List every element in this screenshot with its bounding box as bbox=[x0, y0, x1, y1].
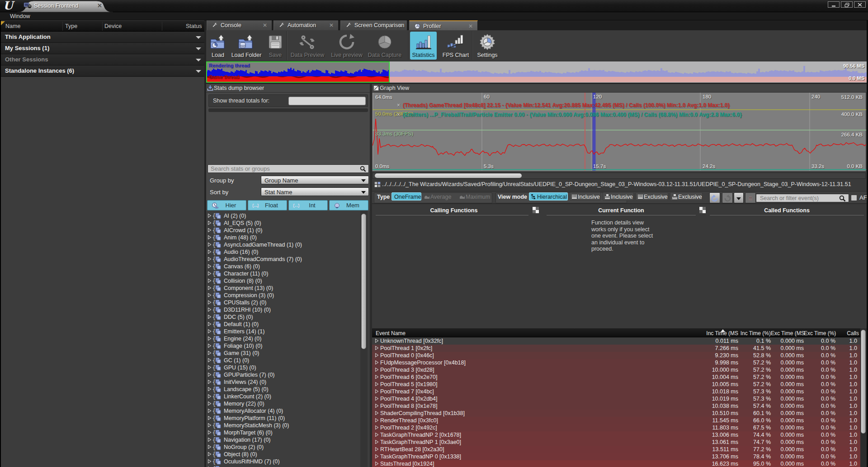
session-group-row[interactable]: My Sessions (1) bbox=[1, 43, 204, 54]
column-device[interactable]: Device bbox=[104, 23, 122, 29]
hierarchical-button[interactable]: Hierarchical bbox=[529, 192, 568, 201]
chevron-down-icon[interactable] bbox=[196, 36, 201, 39]
event-table-scrollbar-thumb[interactable] bbox=[861, 330, 866, 434]
inclusive-button[interactable]: Inclusive bbox=[570, 192, 601, 201]
stats-group-row[interactable]: Default (1) (0) bbox=[206, 321, 370, 328]
stats-group-row[interactable]: NoGroup (2) (0) bbox=[206, 444, 370, 451]
col-exc-time-pct[interactable]: Exc Time (%) bbox=[804, 328, 835, 337]
event-table-row[interactable]: PoolThread 3 [0xd28] 10.000 ms 57.2 % 0.… bbox=[372, 366, 867, 374]
expander-icon[interactable] bbox=[375, 404, 379, 408]
stats-group-row[interactable]: Game (31) (0) bbox=[206, 350, 370, 357]
expander-icon[interactable] bbox=[208, 373, 212, 377]
stats-search-input[interactable] bbox=[208, 164, 369, 173]
toolbar-button[interactable]: Load bbox=[208, 32, 228, 60]
chevron-down-icon[interactable] bbox=[196, 47, 201, 50]
threads-overview-timeline[interactable]: Rendering thread Game thread 90.56 MS 0.… bbox=[206, 61, 867, 83]
stats-group-row[interactable]: Collision (8) (0) bbox=[206, 277, 370, 285]
event-search-input[interactable] bbox=[756, 194, 849, 202]
expander-icon[interactable] bbox=[208, 423, 212, 427]
expander-icon[interactable] bbox=[208, 416, 212, 420]
tab-close-icon[interactable]: ✕ bbox=[398, 22, 402, 28]
expander-icon[interactable] bbox=[375, 411, 379, 415]
exclusive-button[interactable]: Exclusive bbox=[636, 192, 668, 201]
history-dropdown-button[interactable] bbox=[734, 192, 744, 203]
called-functions-header[interactable]: Called Functions bbox=[710, 207, 864, 214]
legend-emitter[interactable]: ×(Emitters) ...P_FireballTrail/Particle … bbox=[397, 112, 742, 118]
event-table-row[interactable]: PoolThread 0 [0x46c] 9.230 ms 52.8 % 0.0… bbox=[372, 352, 867, 359]
stats-group-row[interactable]: AudioThreadCommands (7) (0) bbox=[206, 256, 370, 263]
event-table-row[interactable]: PoolThread 4 [0x2db4] 10.019 ms 57.3 % 0… bbox=[372, 395, 867, 402]
session-group-row[interactable]: This Application bbox=[1, 32, 204, 43]
legend-close-icon[interactable]: × bbox=[397, 112, 403, 118]
col-inc-time-pct[interactable]: Inc Time (%) bbox=[738, 328, 771, 337]
tool-tab[interactable]: Profiler ✕ bbox=[409, 20, 478, 30]
toolbar-button[interactable]: FPS Chart bbox=[442, 32, 469, 60]
close-button[interactable] bbox=[854, 1, 866, 8]
expander-icon[interactable] bbox=[375, 433, 379, 437]
session-group-row[interactable]: Other Sessions bbox=[1, 54, 204, 65]
expander-icon[interactable] bbox=[208, 300, 212, 304]
chevron-down-icon[interactable] bbox=[196, 59, 201, 61]
event-table-row[interactable]: StatsThread [0x1924] 16.623 ms 95.0 % 0.… bbox=[372, 460, 867, 467]
stats-group-row[interactable]: AsyncLoadGameThread (1) (0) bbox=[206, 241, 370, 248]
graph-hscrollbar[interactable] bbox=[372, 173, 866, 179]
event-table-row[interactable]: PoolThread 5 [0x1980] 10.005 ms 57.2 % 0… bbox=[372, 381, 867, 388]
stats-group-row[interactable]: InitViews (24) (0) bbox=[206, 378, 370, 386]
maximum-button[interactable]: Maximum bbox=[458, 192, 491, 201]
expander-icon[interactable] bbox=[208, 308, 212, 312]
expander-icon[interactable] bbox=[375, 339, 379, 343]
expander-icon[interactable] bbox=[375, 346, 379, 350]
event-table-scrollbar[interactable] bbox=[860, 328, 867, 467]
expander-icon[interactable] bbox=[375, 382, 379, 386]
expander-icon[interactable] bbox=[375, 440, 379, 444]
event-table-row[interactable]: FUdpMessageProcessor [0x4b18] 9.998 ms 5… bbox=[372, 359, 867, 366]
history-back-button[interactable] bbox=[709, 192, 720, 203]
expander-icon[interactable] bbox=[208, 279, 212, 283]
column-type[interactable]: Type bbox=[65, 23, 77, 29]
stats-group-row[interactable]: Navigation (17) (0) bbox=[206, 436, 370, 444]
expander-icon[interactable] bbox=[208, 271, 212, 276]
event-table-row[interactable]: TaskGraphThreadNP 2 [0x1678] 13.006 ms 7… bbox=[372, 431, 867, 439]
event-table-row[interactable]: RTHeartBeat 28 [0x2a30] 13.511 ms 77.2 %… bbox=[372, 446, 867, 453]
af-checkbox[interactable] bbox=[851, 195, 857, 201]
stat-filter-button[interactable]: Int bbox=[288, 200, 328, 210]
expander-icon[interactable] bbox=[208, 286, 212, 290]
stats-group-row[interactable]: Memory (22) (0) bbox=[206, 400, 370, 407]
expander-icon[interactable] bbox=[375, 353, 379, 357]
expander-icon[interactable] bbox=[208, 243, 212, 247]
stats-group-row[interactable]: AICrowd (1) (0) bbox=[206, 227, 370, 234]
expander-icon[interactable] bbox=[208, 336, 212, 341]
stats-group-row[interactable]: Emitters (14) (1) bbox=[206, 328, 370, 335]
current-function-header[interactable]: Current Function bbox=[547, 207, 696, 214]
inclusive-coalesced-button[interactable]: Inclusive bbox=[603, 192, 634, 201]
exclusive-coalesced-button[interactable]: Exclusive bbox=[670, 192, 703, 201]
column-splitter-icon[interactable] bbox=[699, 207, 706, 213]
stats-group-row[interactable]: AI (2) (0) bbox=[206, 212, 370, 219]
expander-icon[interactable] bbox=[208, 264, 212, 268]
stats-group-row[interactable]: Character (11) (0) bbox=[206, 270, 370, 277]
ghost-mode-button[interactable] bbox=[745, 192, 756, 203]
average-button[interactable]: Average bbox=[422, 192, 456, 201]
event-table-row[interactable]: TaskGraphThreadNP 0 [0x1338] 13.706 ms 7… bbox=[372, 453, 867, 460]
oneframe-button[interactable]: OneFrame bbox=[392, 192, 421, 201]
tree-scrollbar[interactable] bbox=[360, 211, 368, 467]
expander-icon[interactable] bbox=[208, 445, 212, 449]
toolbar-button[interactable]: Save bbox=[265, 32, 285, 60]
tab-close-icon[interactable]: ✕ bbox=[263, 22, 267, 28]
expander-icon[interactable] bbox=[208, 214, 212, 218]
expander-icon[interactable] bbox=[208, 358, 212, 362]
expander-icon[interactable] bbox=[208, 402, 212, 406]
group-by-select[interactable]: Group Name bbox=[261, 176, 369, 184]
stats-group-row[interactable]: Canvas (6) (0) bbox=[206, 263, 370, 270]
sort-by-select[interactable]: Stat Name bbox=[261, 187, 369, 196]
expander-icon[interactable] bbox=[208, 351, 212, 355]
toolbar-button[interactable]: Data Capture bbox=[366, 32, 404, 60]
stats-group-row[interactable]: LinkerCount (2) (0) bbox=[206, 393, 370, 400]
tool-tab[interactable]: Console ✕ bbox=[207, 20, 272, 30]
toolbar-button[interactable]: Data Preview bbox=[288, 32, 326, 60]
graph-plot[interactable]: 64.0ms 50.0ms (20FPS) 33.3ms (30FPS) 0.0… bbox=[372, 93, 866, 171]
stats-group-row[interactable]: OculusRiftHMD (7) (0) bbox=[206, 458, 370, 465]
expander-icon[interactable] bbox=[375, 360, 379, 364]
event-table-row[interactable]: PoolThread 8 [0x1e78] 10.038 ms 57.4 % 0… bbox=[372, 402, 867, 410]
stats-group-row[interactable]: D3D11RHI (10) (0) bbox=[206, 306, 370, 313]
